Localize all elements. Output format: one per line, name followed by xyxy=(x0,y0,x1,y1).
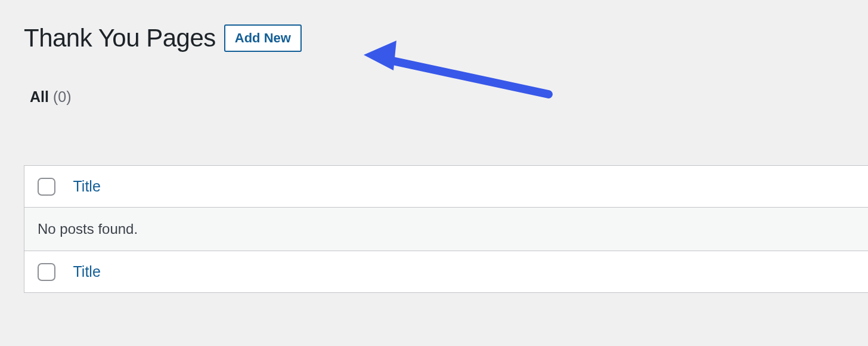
page-title: Thank You Pages xyxy=(24,24,216,52)
select-all-header xyxy=(24,166,60,208)
select-all-footer xyxy=(24,251,60,293)
select-all-checkbox-top[interactable] xyxy=(38,178,55,196)
title-column-header: Title xyxy=(60,166,869,208)
filter-all-count: (0) xyxy=(53,88,72,105)
filter-all-link[interactable]: All (0) xyxy=(30,88,71,105)
title-column-sort-link-bottom[interactable]: Title xyxy=(73,263,101,280)
table-row-empty: No posts found. xyxy=(24,208,869,251)
posts-table: Title No posts found. Title xyxy=(24,165,868,293)
svg-marker-0 xyxy=(364,41,396,70)
title-column-sort-link[interactable]: Title xyxy=(73,178,101,194)
no-posts-message: No posts found. xyxy=(24,208,869,251)
select-all-checkbox-bottom[interactable] xyxy=(38,263,55,281)
filter-links: All (0) xyxy=(30,88,868,106)
title-column-footer: Title xyxy=(60,251,869,293)
add-new-button[interactable]: Add New xyxy=(224,24,302,52)
